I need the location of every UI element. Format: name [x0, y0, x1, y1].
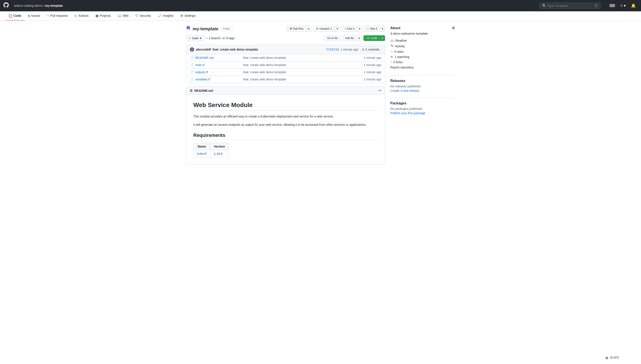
- add-file-button[interactable]: Add file: [342, 35, 357, 41]
- col-name: Name: [193, 143, 210, 150]
- fork-button[interactable]: ⑂ Fork 0: [342, 26, 357, 32]
- org-link[interactable]: walrus-catalog-demo: [14, 4, 42, 8]
- activity-link[interactable]: Activity: [390, 43, 455, 49]
- file-time: 1 minute ago: [364, 56, 381, 60]
- create-release-link[interactable]: Create a new release: [390, 89, 419, 92]
- code-icon: </>: [366, 36, 370, 40]
- file-commit: feat: create web demo template: [243, 78, 364, 81]
- commit-header: A alexcodelf feat: create web demo templ…: [186, 45, 385, 54]
- file-icon: 📄: [190, 70, 193, 74]
- forks-link[interactable]: ⑂ 0 forks: [390, 60, 455, 65]
- public-badge: Public: [221, 26, 233, 31]
- branch-selector[interactable]: ⑂ main ▾: [186, 35, 204, 41]
- search-bar[interactable]: 🔍 Type / to search /: [540, 2, 601, 9]
- file-table: A alexcodelf feat: create web demo templ…: [186, 45, 385, 83]
- branch-count: 1 branch: [209, 36, 221, 40]
- tab-pull-requests[interactable]: ⑂ Pull requests: [44, 11, 71, 20]
- commit-message-text: feat: create web demo template: [212, 48, 258, 51]
- tag-count: 0 tags: [226, 36, 234, 40]
- publish-package-link[interactable]: Publish your first package: [390, 112, 425, 115]
- tab-insights[interactable]: 📈 Insights: [154, 11, 177, 20]
- branch-bar: ⑂ main ▾ ⑂ 1 branch 🏷 0 tags Go to file: [186, 35, 385, 41]
- tab-actions[interactable]: ▷ Actions: [71, 11, 92, 20]
- tab-wiki[interactable]: 📖 Wiki: [114, 11, 132, 20]
- star-dropdown[interactable]: ▾: [380, 26, 385, 32]
- search-icon: 🔍: [542, 4, 546, 8]
- center-content: my-template Public 📌 Edit Pins ▾ 👁 Unwat: [186, 26, 385, 164]
- releases-section: Releases No releases published Create a …: [390, 79, 455, 92]
- file-name[interactable]: outputs.tf: [195, 70, 243, 74]
- col-version: Version: [210, 143, 229, 150]
- tab-pr-label: Pull requests: [50, 14, 68, 18]
- tab-code[interactable]: ◯ Code: [5, 11, 25, 20]
- tab-projects[interactable]: ▦ Projects: [92, 11, 114, 20]
- wiki-icon: 📖: [118, 14, 121, 18]
- table-row: 📄 outputs.tf feat: create web demo templ…: [186, 69, 385, 76]
- tab-projects-label: Projects: [100, 14, 111, 18]
- kubectl-version: 1.14.0: [210, 150, 229, 157]
- file-name[interactable]: README.md: [195, 56, 243, 60]
- edit-pins-dropdown[interactable]: ▾: [306, 26, 311, 32]
- watching-link[interactable]: 👁 1 watching: [390, 54, 455, 60]
- about-section: About ⚙ A demo webserice template 📖 Read…: [390, 26, 455, 70]
- commit-hash[interactable]: 7734216: [326, 48, 339, 51]
- readme-link[interactable]: 📖 Readme: [390, 38, 455, 43]
- packages-title: Packages: [390, 101, 455, 105]
- star-icon: ☆: [367, 27, 369, 30]
- packages-section: Packages No packages published Publish y…: [390, 101, 455, 115]
- table-row: kubectl 1.14.0: [193, 150, 229, 157]
- add-file-dropdown[interactable]: ▾: [357, 35, 362, 41]
- plus-button[interactable]: + ▾: [618, 2, 627, 9]
- tab-wiki-label: Wiki: [123, 14, 128, 18]
- code-button[interactable]: </> Code: [364, 35, 380, 41]
- tab-issues[interactable]: ● Issues: [25, 11, 44, 20]
- avatar: A: [190, 47, 194, 52]
- unwatch-button[interactable]: 👁 Unwatch 1: [313, 26, 335, 32]
- author-name[interactable]: alexcodelf: [196, 48, 211, 51]
- report-link[interactable]: Report repository: [390, 65, 455, 70]
- unwatch-dropdown[interactable]: ▾: [335, 26, 340, 32]
- tab-issues-label: Issues: [31, 14, 40, 18]
- file-commit: feat: create web demo template: [243, 63, 364, 67]
- table-row: 📄 main.tf feat: create web demo template…: [186, 62, 385, 69]
- go-to-file-button[interactable]: Go to file: [325, 35, 341, 41]
- tag-count-link[interactable]: 🏷 0 tags: [222, 36, 234, 40]
- repo-link[interactable]: my-template: [45, 4, 63, 8]
- tag-icon: 🏷: [222, 36, 225, 40]
- commit-right: 7734216 1 minute ago ⊙ 2 commits: [326, 47, 381, 52]
- stars-link[interactable]: ☆ 0 stars: [390, 49, 455, 54]
- issues-icon: ●: [28, 14, 30, 18]
- code-dropdown[interactable]: ▾: [380, 35, 385, 41]
- divider: [390, 75, 455, 76]
- top-bar-actions: ⌨ + ▾ 🔔: [608, 2, 637, 9]
- pr-icon: ⑂: [47, 14, 49, 18]
- readme-h2: Requirements: [193, 132, 378, 140]
- gear-icon[interactable]: ⚙: [452, 26, 455, 30]
- readme-h1: Web Service Module: [193, 102, 378, 110]
- tab-security-label: Security: [140, 14, 151, 18]
- kubectl-link[interactable]: kubectl: [197, 152, 207, 156]
- branch-count-link[interactable]: ⑂ 1 branch: [206, 36, 221, 40]
- commits-count: 2: [366, 48, 367, 51]
- tab-security[interactable]: 🛡 Security: [132, 11, 154, 20]
- notification-button[interactable]: 🔔: [629, 2, 637, 9]
- edit-readme-button[interactable]: ✏: [379, 88, 381, 93]
- edit-pins-button[interactable]: 📌 Edit Pins: [286, 26, 306, 32]
- commits-link[interactable]: ⊙ 2 commits: [360, 47, 381, 52]
- edit-pins-group: 📌 Edit Pins ▾: [286, 26, 311, 32]
- breadcrumb: walrus-catalog-demo / my-template: [14, 4, 63, 8]
- releases-title: Releases: [390, 79, 455, 83]
- readme-title: ☰ README.md: [190, 89, 213, 92]
- tab-settings[interactable]: ⚙ Settings: [177, 11, 199, 20]
- star-button[interactable]: ☆ Star 0: [364, 26, 380, 32]
- file-name[interactable]: variables.tf: [195, 78, 243, 81]
- commit-author: alexcodelf feat: create web demo templat…: [196, 48, 258, 51]
- readme-section: ☰ README.md ✏ Web Service Module This mo…: [186, 86, 385, 164]
- file-commit: feat: create web demo template: [243, 56, 364, 60]
- file-icon: 📄: [190, 56, 193, 60]
- commits-label: commits: [368, 48, 379, 51]
- file-name[interactable]: main.tf: [195, 63, 243, 67]
- terminal-button[interactable]: ⌨: [608, 2, 617, 9]
- fork-dropdown[interactable]: ▾: [357, 26, 362, 32]
- projects-icon: ▦: [96, 14, 98, 18]
